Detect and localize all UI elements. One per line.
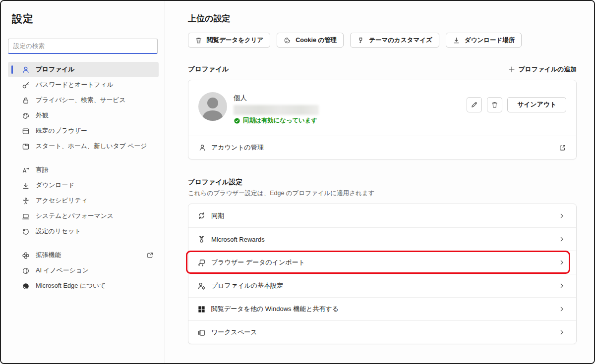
external-link-icon — [559, 144, 566, 152]
sidebar-item-label: 外観 — [36, 111, 49, 120]
avatar — [198, 92, 227, 121]
sidebar-item-languages[interactable]: 言語 — [8, 162, 159, 178]
sidebar-item-passwords[interactable]: パスワードとオートフィル — [8, 77, 159, 93]
rewards-icon — [197, 235, 206, 244]
workspaces-row[interactable]: ワークスペース — [188, 320, 576, 344]
lock-icon — [22, 97, 30, 104]
language-icon — [22, 166, 30, 174]
profile-card: 個人 同期は有効になっています — [188, 80, 577, 159]
manage-account-row[interactable]: アカウントの管理 — [188, 136, 576, 159]
sidebar-item-accessibility[interactable]: アクセシビリティ — [8, 193, 159, 208]
sidebar-nav: プロファイル パスワードとオートフィル プライバシー、検索、サービス — [8, 62, 159, 294]
profile-settings-card: 同期 Microsoft Rewards — [188, 204, 577, 344]
customize-theme-button[interactable]: テーマのカスタマイズ — [350, 33, 439, 48]
sidebar-item-label: Microsoft Edge について — [36, 282, 106, 290]
edge-settings-window: 設定 プロファイル パスワードとオートフィル — [0, 0, 595, 364]
profile-settings-description: これらのブラウザー設定は、Edge のプロファイルに適用されます — [188, 189, 577, 198]
sidebar-item-label: パスワードとオートフィル — [36, 81, 114, 89]
sidebar-item-default-browser[interactable]: 既定のブラウザー — [8, 123, 159, 139]
settings-search — [8, 39, 158, 54]
manage-cookies-button[interactable]: Cookie の管理 — [277, 33, 344, 48]
sidebar-item-label: 設定のリセット — [36, 227, 81, 236]
clear-browsing-data-button[interactable]: 閲覧データをクリア — [188, 33, 270, 48]
sidebar-item-extensions[interactable]: 拡張機能 — [8, 248, 159, 263]
edge-logo-icon — [22, 282, 30, 290]
sync-row[interactable]: 同期 — [188, 204, 576, 227]
profiles-section: プロファイル プロファイルの追加 個人 — [188, 65, 577, 159]
sync-status: 同期は有効になっています — [234, 116, 319, 125]
sidebar-item-label: アクセシビリティ — [36, 197, 88, 205]
settings-main-panel: 上位の設定 閲覧データをクリア Cookie の管理 テーマのカスタマイズ — [165, 1, 594, 363]
cookie-icon — [284, 37, 291, 44]
profile-settings-section: プロファイル設定 これらのブラウザー設定は、Edge のプロファイルに適用されま… — [188, 178, 577, 344]
profile-email-redacted — [234, 105, 319, 115]
sidebar-title: 設定 — [12, 12, 159, 26]
profile-icon — [22, 66, 30, 74]
profile-preferences-row[interactable]: プロファイルの基本設定 — [188, 274, 576, 297]
check-circle-icon — [234, 117, 240, 124]
sidebar-item-privacy[interactable]: プライバシー、検索、サービス — [8, 93, 159, 108]
sync-icon — [197, 211, 206, 220]
download-icon — [453, 37, 460, 44]
chevron-right-icon — [558, 259, 565, 266]
sidebar-item-label: ダウンロード — [36, 181, 74, 190]
search-input[interactable] — [8, 39, 158, 54]
sidebar-item-downloads[interactable]: ダウンロード — [8, 178, 159, 193]
sidebar-item-label: スタート、ホーム、新しいタブ ページ — [36, 142, 147, 151]
sidebar-item-label: 既定のブラウザー — [36, 127, 87, 135]
system-icon — [22, 212, 30, 220]
accessibility-icon — [22, 197, 30, 205]
sidebar-item-profiles[interactable]: プロファイル — [8, 62, 159, 77]
sidebar-item-system-performance[interactable]: システムとパフォーマンス — [8, 208, 159, 224]
signout-button[interactable]: サインアウト — [507, 97, 566, 112]
profile-settings-label: プロファイル設定 — [188, 178, 577, 187]
ai-innovation-icon — [22, 267, 30, 275]
sidebar-item-ai-innovation[interactable]: AI イノベーション — [8, 263, 159, 278]
windows-icon — [197, 305, 206, 313]
external-link-icon — [146, 252, 154, 259]
sidebar-item-start-home-newtab[interactable]: スタート、ホーム、新しいタブ ページ — [8, 139, 159, 154]
workspaces-icon — [197, 328, 206, 337]
sidebar-item-label: プライバシー、検索、サービス — [36, 96, 126, 104]
selected-indicator — [11, 65, 13, 74]
sidebar-item-label: システムとパフォーマンス — [36, 212, 114, 220]
profile-preferences-icon — [197, 282, 206, 290]
chevron-right-icon — [558, 329, 565, 336]
profile-name: 個人 — [234, 94, 319, 103]
page-title: 上位の設定 — [188, 13, 577, 24]
sidebar-item-appearance[interactable]: 外観 — [8, 108, 159, 123]
quick-actions-bar: 閲覧データをクリア Cookie の管理 テーマのカスタマイズ ダウンロード場所 — [188, 33, 577, 48]
sidebar-item-label: 拡張機能 — [36, 251, 61, 260]
delete-profile-button[interactable] — [487, 97, 502, 112]
chevron-right-icon — [558, 212, 565, 219]
chevron-right-icon — [558, 282, 565, 289]
trash-icon — [195, 37, 202, 44]
download-location-button[interactable]: ダウンロード場所 — [446, 33, 522, 48]
browser-icon — [22, 127, 30, 135]
plus-icon — [508, 66, 515, 73]
extensions-icon — [22, 252, 30, 260]
account-person-icon — [198, 144, 206, 152]
edit-profile-button[interactable] — [467, 97, 482, 112]
profiles-section-label: プロファイル — [188, 65, 229, 74]
sidebar-item-reset-settings[interactable]: 設定のリセット — [8, 224, 159, 239]
key-icon — [22, 81, 30, 89]
theme-brush-icon — [357, 37, 364, 44]
reset-icon — [22, 228, 30, 236]
chevron-right-icon — [558, 236, 565, 243]
microsoft-rewards-row[interactable]: Microsoft Rewards — [188, 227, 576, 251]
import-browser-data-row[interactable]: ブラウザー データのインポート — [188, 251, 576, 274]
import-icon — [197, 259, 206, 267]
chevron-right-icon — [558, 306, 565, 312]
share-browsing-data-windows-row[interactable]: 閲覧データを他の Windows 機能と共有する — [188, 297, 576, 320]
settings-sidebar: 設定 プロファイル パスワードとオートフィル — [1, 1, 165, 363]
add-profile-button[interactable]: プロファイルの追加 — [508, 65, 577, 74]
sidebar-item-about-edge[interactable]: Microsoft Edge について — [8, 278, 159, 294]
sidebar-item-label: AI イノベーション — [36, 266, 89, 275]
sidebar-item-label: プロファイル — [36, 65, 75, 74]
sidebar-item-label: 言語 — [36, 166, 49, 174]
tabs-icon — [22, 143, 30, 151]
download-icon — [22, 182, 30, 190]
appearance-icon — [22, 112, 30, 120]
